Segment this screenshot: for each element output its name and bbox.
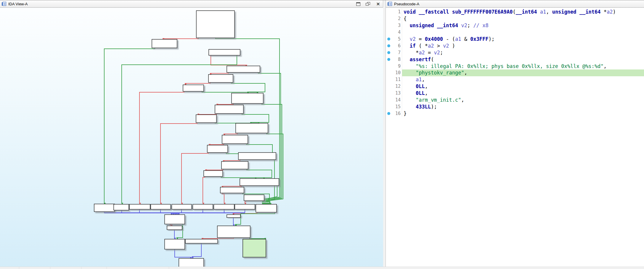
code-line[interactable]: 16} [386, 110, 644, 117]
code-text[interactable]: 0LL, [402, 90, 644, 97]
graph-edge [160, 123, 197, 204]
code-text[interactable]: unsigned __int64 v2; // x8 [402, 22, 644, 29]
graph-edge [182, 153, 208, 204]
graph-node[interactable] [214, 204, 234, 209]
graph-node[interactable] [167, 226, 182, 230]
graph-node[interactable] [114, 204, 129, 210]
graph-node[interactable] [165, 215, 185, 224]
address-dot[interactable] [386, 112, 392, 115]
code-line[interactable]: 6 if ( *a2 > v2 ) [386, 42, 644, 49]
code-text[interactable]: 433LL); [402, 103, 644, 110]
graph-node[interactable] [222, 135, 248, 144]
graph-node[interactable] [196, 11, 235, 38]
code-line[interactable]: 14 "arm_vm_init.c", [386, 97, 644, 103]
control-flow-graph[interactable] [0, 8, 383, 267]
code-text[interactable]: assertf( [402, 56, 644, 63]
graph-edge [245, 201, 246, 204]
code-line[interactable]: 12 0LL, [386, 83, 644, 90]
code-line[interactable]: 2{ [386, 15, 644, 22]
graph-edge [221, 176, 264, 178]
graph-edge [235, 212, 275, 226]
code-text[interactable]: a1, [402, 76, 644, 83]
graph-node[interactable] [94, 204, 115, 212]
graph-node[interactable] [227, 66, 260, 72]
code-line[interactable]: 7 *a2 = v2; [386, 49, 644, 56]
maximize-icon[interactable] [356, 2, 360, 6]
address-dot[interactable] [386, 58, 392, 61]
ida-view-titlebar[interactable]: IDA View-A ✕ [0, 0, 383, 8]
graph-node[interactable] [152, 39, 177, 48]
line-number: 11 [392, 77, 402, 82]
graph-node[interactable] [185, 239, 218, 243]
graph-edge [163, 38, 198, 39]
graph-edge [242, 114, 269, 123]
code-text[interactable]: *a2 = v2; [402, 49, 644, 56]
close-icon[interactable]: ✕ [376, 2, 380, 6]
graph-edge [205, 169, 223, 170]
code-text[interactable]: } [402, 110, 644, 117]
graph-node[interactable] [240, 179, 279, 186]
graph-node[interactable] [215, 105, 243, 114]
graph-node[interactable] [204, 171, 223, 176]
code-text[interactable]: "arm_vm_init.c", [402, 97, 644, 103]
ida-view-title: IDA View-A [8, 2, 28, 6]
pseudocode-titlebar[interactable]: Pseudocode-A [386, 0, 644, 8]
code-line[interactable]: 15 433LL); [386, 103, 644, 110]
graph-node[interactable] [165, 239, 185, 249]
graph-node[interactable] [217, 226, 250, 238]
code-text[interactable]: "phystokv_range", [402, 69, 644, 76]
graph-node[interactable] [232, 93, 263, 103]
horizontal-scrollbar[interactable] [0, 267, 644, 269]
code-line[interactable]: 11 a1, [386, 76, 644, 83]
graph-node[interactable] [196, 115, 216, 123]
code-line[interactable]: 8 assertf( [386, 56, 644, 63]
graph-node[interactable] [193, 204, 213, 209]
graph-node[interactable] [207, 145, 228, 153]
graph-node[interactable] [172, 204, 192, 209]
line-number: 2 [392, 16, 402, 21]
code-line[interactable]: 3 unsigned __int64 v2; // x8 [386, 22, 644, 29]
graph-node[interactable] [236, 123, 268, 133]
graph-node[interactable] [227, 215, 240, 218]
graph-node[interactable] [183, 85, 204, 91]
graph-canvas[interactable] [0, 8, 383, 267]
line-number: 15 [392, 104, 402, 109]
float-window-icon[interactable] [366, 2, 370, 6]
code-text[interactable]: if ( *a2 > v2 ) [402, 42, 644, 49]
graph-node[interactable] [209, 49, 240, 55]
code-text[interactable]: { [402, 15, 644, 22]
code-text[interactable]: "%s: illegal PA: 0x%llx; phys base 0x%ll… [402, 63, 644, 69]
graph-node[interactable] [235, 204, 255, 209]
line-number: 4 [392, 30, 402, 35]
graph-node[interactable] [220, 187, 244, 193]
code-text[interactable] [402, 29, 644, 36]
graph-node[interactable] [179, 258, 204, 267]
graph-node[interactable] [238, 153, 276, 160]
code-line[interactable]: 9 "%s: illegal PA: 0x%llx; phys base 0x%… [386, 63, 644, 69]
graph-edge [210, 72, 229, 74]
address-dot[interactable] [386, 44, 392, 47]
pseudocode-view[interactable]: 1void __fastcall sub_FFFFFFF007E6A9A0(__… [386, 8, 644, 267]
panel-splitter[interactable] [383, 0, 386, 269]
scrollbar-tick [81, 267, 81, 269]
code-text[interactable]: void __fastcall sub_FFFFFFF007E6A9A0(__i… [402, 9, 644, 15]
graph-node[interactable] [208, 74, 233, 82]
code-text[interactable]: 0LL, [402, 83, 644, 90]
scrollbar-tick [50, 267, 50, 269]
graph-node[interactable] [244, 195, 264, 201]
code-line[interactable]: 1void __fastcall sub_FFFFFFF007E6A9A0(__… [386, 9, 644, 15]
graph-edge [247, 169, 272, 178]
address-dot[interactable] [386, 51, 392, 54]
graph-node[interactable] [221, 161, 248, 169]
graph-node[interactable] [256, 204, 277, 212]
graph-node[interactable] [129, 204, 150, 209]
code-text[interactable]: v2 = 0x4000 - (a1 & 0x3FFF); [402, 36, 644, 43]
address-dot[interactable] [386, 38, 392, 40]
code-line[interactable]: 13 0LL, [386, 90, 644, 97]
graph-node[interactable] [151, 204, 171, 209]
code-line[interactable]: 5 v2 = 0x4000 - (a1 & 0x3FFF); [386, 36, 644, 43]
graph-node-terminal[interactable] [243, 239, 266, 257]
code-line[interactable]: 10 "phystokv_range", [386, 69, 644, 76]
pseudocode-panel: Pseudocode-A 1void __fastcall sub_FFFFFF… [386, 0, 644, 269]
code-line[interactable]: 4 [386, 29, 644, 36]
